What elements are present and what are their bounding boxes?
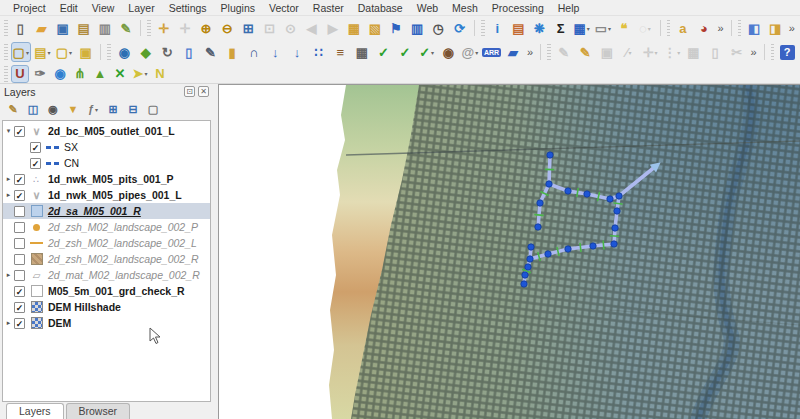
new-print-layout-icon[interactable]: ▤ <box>74 18 93 38</box>
layer-checkbox[interactable]: ✓ <box>30 158 41 169</box>
expander-icon[interactable]: ▸ <box>3 191 14 199</box>
layer-item-2d-zsh-m02-landscape-002-r[interactable]: 2d_zsh_M02_landscape_002_R <box>3 251 210 267</box>
layer-checkbox[interactable] <box>14 270 25 281</box>
nominatim-search-icon[interactable]: ◌▾ <box>635 18 654 38</box>
data-source-manager-icon[interactable]: ◨ <box>766 18 785 38</box>
tuflow-configure-icon[interactable]: ◉ <box>114 42 134 62</box>
zoom-to-native-icon[interactable]: ⊙ <box>281 18 300 38</box>
layer-item-dem-hillshade[interactable]: ✓DEM Hillshade <box>3 299 210 315</box>
layer-checkbox[interactable]: ✓ <box>14 174 25 185</box>
tcf-tools-icon[interactable]: ∷ <box>309 42 329 62</box>
pan-map-icon[interactable]: ✛ <box>154 18 173 38</box>
layer-item-2d-sa-m05-001-r[interactable]: 2d_sa_M05_001_R <box>3 203 210 219</box>
save-project-icon[interactable]: ▣ <box>53 18 72 38</box>
layer-checkbox[interactable] <box>14 222 25 233</box>
layer-checkbox[interactable]: ✓ <box>14 126 25 137</box>
menu-project[interactable]: Project <box>6 1 53 15</box>
arr-attach-icon[interactable]: @▾ <box>460 42 480 62</box>
check-files-1-icon[interactable]: ✓ <box>374 42 394 62</box>
zoom-next-icon[interactable]: ▶ <box>323 18 342 38</box>
advanced-digitizing-icon[interactable]: ✑ <box>31 65 49 83</box>
expander-icon[interactable]: ▸ <box>3 175 14 183</box>
filter-by-expression-icon[interactable]: ƒ▾ <box>84 100 102 118</box>
new-map-view-icon[interactable]: ▦ <box>344 18 363 38</box>
menu-vector[interactable]: Vector <box>262 1 306 15</box>
delete-selected-icon[interactable]: ▯ <box>705 42 725 62</box>
show-layout-manager-icon[interactable]: ▥ <box>95 18 114 38</box>
cut-features-icon[interactable]: ✂ <box>727 42 747 62</box>
menu-raster[interactable]: Raster <box>306 1 351 15</box>
add-feature-icon[interactable]: ∕▾ <box>619 42 639 62</box>
pan-to-selection-icon[interactable]: ✛ <box>175 18 194 38</box>
tuflow-flood-doc-icon[interactable]: ▯ <box>179 42 199 62</box>
layer-item-cn[interactable]: ✓CN <box>3 155 210 171</box>
zoom-last-icon[interactable]: ◀ <box>302 18 321 38</box>
collapse-all-icon[interactable]: ⊟ <box>124 100 142 118</box>
zoom-in-icon[interactable]: ⊕ <box>196 18 215 38</box>
layer-item-1d-nwk-m05-pits-001-p[interactable]: ▸✓∴1d_nwk_M05_pits_001_P <box>3 171 210 187</box>
tuflow-run-icon[interactable]: ◆ <box>136 42 156 62</box>
layer-checkbox[interactable] <box>14 254 25 265</box>
import-empty-file-icon[interactable]: ↓ <box>266 42 286 62</box>
processing-toolbox-icon[interactable]: ❋ <box>530 18 549 38</box>
layer-checkbox[interactable] <box>14 238 25 249</box>
add-group-icon[interactable]: ◫ <box>24 100 42 118</box>
tuflow-owl-tool-icon[interactable]: ◉ <box>438 42 458 62</box>
open-attribute-table-icon[interactable]: ▦▾ <box>572 18 591 38</box>
layer-item-2d-bc-m05-outlet-001-l[interactable]: ▾✓∨2d_bc_M05_outlet_001_L <box>3 123 210 139</box>
refresh-map-icon[interactable]: ⟳ <box>450 18 469 38</box>
measure-line-icon[interactable]: ▭▾ <box>593 18 612 38</box>
save-layer-edits-icon[interactable]: ▣ <box>597 42 617 62</box>
new-spatial-bookmark-icon[interactable]: ⚑ <box>386 18 405 38</box>
tuflow-editor-icon[interactable]: ✎ <box>201 42 221 62</box>
snap-curve-tool-icon[interactable]: N <box>151 65 169 83</box>
map-tips-icon[interactable]: ❝ <box>614 18 633 38</box>
menu-help[interactable]: Help <box>551 1 587 15</box>
expand-all-icon[interactable]: ⊞ <box>104 100 122 118</box>
layer-checkbox[interactable]: ✓ <box>30 142 41 153</box>
manage-layers-icon[interactable]: ◧ <box>744 18 763 38</box>
topological-editing-icon[interactable]: ⋔ <box>71 65 89 83</box>
remove-layer-icon[interactable]: ▢ <box>144 100 162 118</box>
temporal-controller-icon[interactable]: ◷ <box>429 18 448 38</box>
current-edits-icon[interactable]: ✎ <box>554 42 574 62</box>
vertex-tool-icon[interactable]: ⋮▾ <box>662 42 682 62</box>
tuflow-doc-icon[interactable]: ▰ <box>503 42 523 62</box>
layer-checkbox[interactable]: ✓ <box>14 318 25 329</box>
style-manager-icon[interactable]: ✎ <box>116 18 135 38</box>
layer-item-1d-nwk-m05-pipes-001-l[interactable]: ▸✓∨1d_nwk_M05_pipes_001_L <box>3 187 210 203</box>
help-icon[interactable]: ? <box>777 42 797 62</box>
menu-processing[interactable]: Processing <box>485 1 551 15</box>
zoom-to-selection-icon[interactable]: ⊡ <box>260 18 279 38</box>
import-attributes-icon[interactable]: ↓ <box>287 42 307 62</box>
select-features-icon[interactable]: ▢▾ <box>11 42 31 62</box>
arr-badge-icon[interactable]: ARR <box>482 42 502 62</box>
layer-checkbox[interactable] <box>14 206 25 217</box>
tuflow-package-icon[interactable]: ▮ <box>222 42 242 62</box>
show-statistical-sum-icon[interactable]: Σ <box>551 18 570 38</box>
tuflow-viewer-icon[interactable]: ∩ <box>244 42 264 62</box>
new-3d-map-view-icon[interactable]: ▧ <box>365 18 384 38</box>
zoom-full-icon[interactable]: ⊞ <box>239 18 258 38</box>
deselect-features-icon[interactable]: ▢▾ <box>54 42 74 62</box>
tab-layers[interactable]: Layers <box>6 403 64 419</box>
menu-layer[interactable]: Layer <box>121 1 161 15</box>
toolbar-overflow-icon[interactable]: » <box>524 46 536 58</box>
layer-checkbox[interactable]: ✓ <box>14 286 25 297</box>
new-project-icon[interactable]: ▯ <box>11 18 30 38</box>
avoid-overlap-polygons-icon[interactable]: ▲ <box>91 65 109 83</box>
identify-features-icon[interactable]: i <box>488 18 507 38</box>
toolbar-overflow-icon[interactable]: » <box>747 46 759 58</box>
modify-attributes-icon[interactable]: ▦ <box>684 42 704 62</box>
map-window-icon[interactable]: ▦ <box>352 42 372 62</box>
check-files-2-icon[interactable]: ✓ <box>395 42 415 62</box>
layer-diagram-options-icon[interactable]: ◕ <box>694 18 713 38</box>
move-feature-icon[interactable]: ✛▾ <box>640 42 660 62</box>
open-project-icon[interactable]: ▰ <box>32 18 51 38</box>
menu-web[interactable]: Web <box>410 1 445 15</box>
layer-checkbox[interactable]: ✓ <box>14 190 25 201</box>
tuflow-reload-data-icon[interactable]: ↻ <box>158 42 178 62</box>
menu-database[interactable]: Database <box>351 1 410 15</box>
layer-checkbox[interactable]: ✓ <box>14 302 25 313</box>
layer-item-m05-5m-001-grd-check-r[interactable]: ✓M05_5m_001_grd_check_R <box>3 283 210 299</box>
